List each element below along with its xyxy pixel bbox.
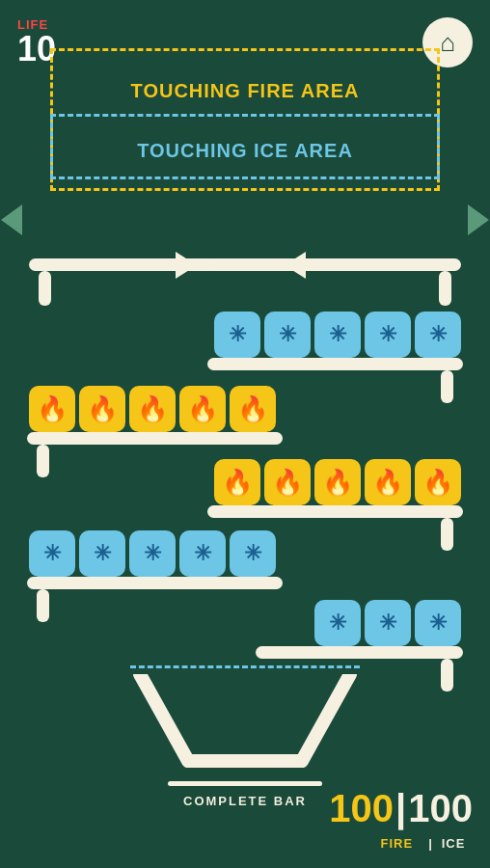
tile-fire: 🔥	[29, 386, 75, 432]
tile-fire: 🔥	[415, 459, 461, 505]
tile-ice: ✳	[214, 312, 260, 358]
tile-ice: ✳	[129, 530, 176, 577]
nav-right-arrow[interactable]	[467, 201, 490, 239]
fire-area-box: TOUCHING FIRE AREA	[50, 66, 440, 116]
tile-ice: ✳	[415, 600, 461, 646]
tile-ice: ✳	[415, 312, 461, 358]
tile-fire: 🔥	[214, 459, 260, 505]
tile-ice: ✳	[179, 530, 226, 577]
platform-arrow-right	[172, 252, 197, 279]
score-label-divider: |	[426, 836, 434, 851]
left-arrow-icon	[285, 252, 306, 279]
tile-fire: 🔥	[314, 459, 361, 505]
big-platform-right	[212, 258, 461, 306]
score-labels: FIRE | ICE	[367, 836, 473, 851]
score-ice-label: ICE	[434, 836, 473, 851]
life-display: LIFE 10	[17, 17, 56, 67]
ice-area-box: TOUCHING ICE AREA	[50, 125, 440, 176]
right-arrow-icon	[468, 204, 489, 235]
tile-ice: ✳	[365, 312, 411, 358]
tile-ice: ✳	[365, 600, 411, 646]
tile-ice: ✳	[314, 312, 361, 358]
home-button[interactable]: ⌂	[422, 17, 473, 68]
platform-arrow-left	[285, 252, 310, 279]
tile-ice: ✳	[230, 530, 276, 577]
home-icon: ⌂	[440, 28, 455, 58]
platform-4: ✳ ✳ ✳ ✳ ✳	[27, 530, 283, 622]
tile-ice: ✳	[264, 312, 311, 358]
nav-left-arrow[interactable]	[0, 201, 23, 239]
complete-bar-label: COMPLETE BAR	[183, 794, 307, 808]
fire-area-text: TOUCHING FIRE AREA	[131, 80, 360, 102]
funnel	[130, 665, 360, 771]
life-value: 10	[17, 32, 56, 67]
tile-fire: 🔥	[79, 386, 125, 432]
tile-fire: 🔥	[230, 386, 276, 432]
tile-fire: 🔥	[179, 386, 226, 432]
score-ice-value: 100	[408, 789, 473, 827]
tile-fire: 🔥	[365, 459, 411, 505]
left-arrow-icon	[1, 204, 22, 235]
tile-ice: ✳	[314, 600, 361, 646]
complete-bar-line	[168, 781, 322, 786]
tile-ice: ✳	[79, 530, 125, 577]
tile-ice: ✳	[29, 530, 75, 577]
right-arrow-icon	[176, 252, 197, 279]
tile-fire: 🔥	[129, 386, 176, 432]
score-divider: |	[395, 789, 406, 827]
score-fire-value: 100	[329, 789, 394, 827]
ice-area-text: TOUCHING ICE AREA	[137, 140, 353, 162]
score-fire-label: FIRE	[367, 836, 426, 851]
score-values: 100 | 100	[329, 789, 473, 827]
tile-fire: 🔥	[264, 459, 311, 505]
